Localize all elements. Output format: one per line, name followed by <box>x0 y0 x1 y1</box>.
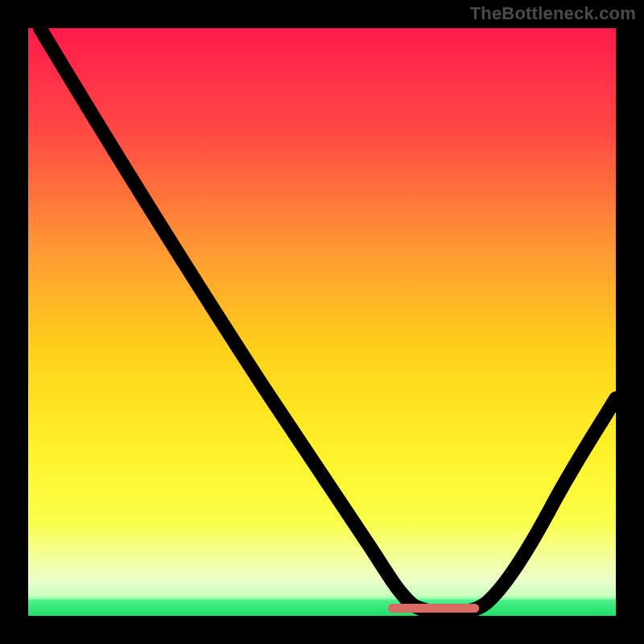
chart-container: TheBottleneck.com <box>0 0 644 644</box>
curve-right-thick <box>452 398 616 613</box>
bottleneck-curve <box>28 28 616 616</box>
curve-left-thick <box>40 28 452 613</box>
plot-area <box>28 28 616 616</box>
watermark-text: TheBottleneck.com <box>470 3 636 24</box>
curve-left <box>40 28 452 613</box>
